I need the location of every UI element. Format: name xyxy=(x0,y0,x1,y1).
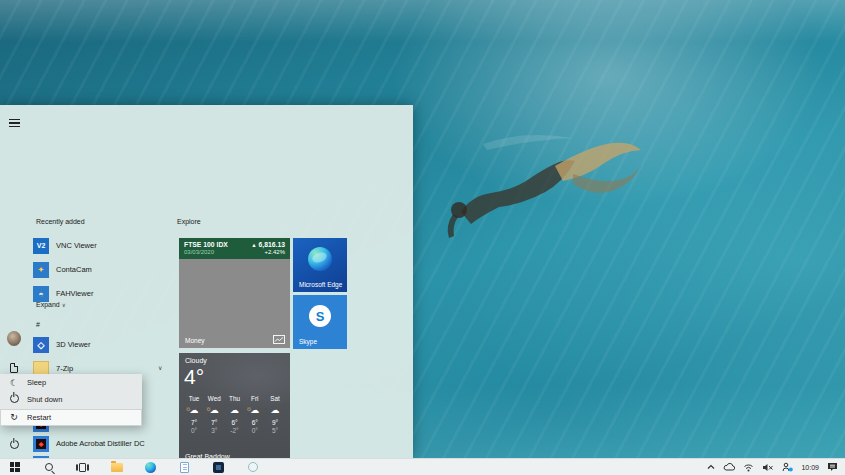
forecast-day: Wed ☼☁,, 7° 3° xyxy=(205,395,223,434)
dark-app-taskbar-button[interactable] xyxy=(212,461,225,474)
onedrive-tray-button[interactable] xyxy=(723,463,735,471)
shut-down-menu-item[interactable]: Shut down xyxy=(0,391,142,408)
desktop: Recently added V2 VNC Viewer ✦ ContaCam … xyxy=(0,0,845,475)
user-account-button[interactable] xyxy=(7,331,21,345)
7zip-chevron-icon[interactable]: ∨ xyxy=(158,364,162,371)
documents-button[interactable] xyxy=(7,361,21,375)
ftse-change: +2.42% xyxy=(264,249,285,255)
skype-tile-label: Skype xyxy=(299,338,317,345)
forecast-day: Fri ☼☁ 6° 0° xyxy=(246,395,264,434)
round-app-icon xyxy=(248,462,258,472)
edge-taskbar-button[interactable] xyxy=(144,461,157,474)
hamburger-icon xyxy=(9,119,20,127)
up-arrow-icon: ▲ xyxy=(251,242,256,248)
chart-badge-icon xyxy=(273,335,285,344)
file-explorer-button[interactable] xyxy=(110,461,123,474)
dark-app-icon xyxy=(213,462,224,473)
money-tile-header: FTSE 100 IDX ▲ 6,816.13 03/03/2020 +2.42… xyxy=(179,238,290,259)
ftse-value: 6,816.13 xyxy=(259,241,285,248)
search-button[interactable] xyxy=(42,461,55,474)
weather-temperature: 4° xyxy=(184,365,204,389)
weather-condition: Cloudy xyxy=(185,357,207,364)
power-icon xyxy=(10,440,19,449)
people-badge-icon xyxy=(782,462,793,472)
contacam-icon: ✦ xyxy=(33,262,49,278)
ftse-date: 03/03/2020 xyxy=(184,249,214,255)
weather-sun-cloud-icon: ☼☁ xyxy=(246,404,264,419)
weather-cloud-icon: ☁ xyxy=(266,404,284,419)
task-view-button[interactable] xyxy=(76,461,89,474)
network-tray-button[interactable] xyxy=(743,463,754,472)
weather-cloud-icon: ☁ xyxy=(226,404,244,419)
notepad-icon xyxy=(180,462,189,473)
tile-group-explore[interactable]: Explore xyxy=(177,218,201,225)
volume-muted-icon xyxy=(762,463,774,472)
money-tile[interactable]: FTSE 100 IDX ▲ 6,816.13 03/03/2020 +2.42… xyxy=(179,238,290,348)
3d-viewer-icon: ◇ xyxy=(33,337,49,353)
weather-sun-cloud-icon: ☼☁ xyxy=(185,404,203,419)
weather-forecast-row: Tue ☼☁ 7° 0° Wed ☼☁,, 7° 3° Thu ☁ 6° -2° xyxy=(185,395,284,434)
recently-added-header: Recently added xyxy=(36,218,85,225)
section-header-hash[interactable]: # xyxy=(36,321,40,328)
microsoft-edge-tile[interactable]: Microsoft Edge xyxy=(293,238,347,292)
clock[interactable]: 10:09 xyxy=(801,464,819,471)
money-tile-label: Money xyxy=(185,337,205,344)
tray-chevron-up-button[interactable] xyxy=(707,464,715,470)
shut-down-icon xyxy=(9,394,19,405)
skype-tile[interactable]: S Skype xyxy=(293,295,347,349)
power-button[interactable] xyxy=(7,437,21,451)
notepad-taskbar-button[interactable] xyxy=(178,461,191,474)
start-button[interactable] xyxy=(8,461,21,474)
sleep-menu-item[interactable]: ☾ Sleep xyxy=(0,374,142,391)
vnc-viewer-icon: V2 xyxy=(33,238,49,254)
freediver-silhouette xyxy=(423,104,703,254)
sleep-icon: ☾ xyxy=(9,378,19,388)
weather-sun-cloud-rain-icon: ☼☁,, xyxy=(205,404,223,419)
action-center-button[interactable] xyxy=(827,462,838,472)
app-row-acrobat-distiller[interactable]: ◆ Adobe Acrobat Distiller DC xyxy=(33,435,175,452)
ftse-index-name: FTSE 100 IDX xyxy=(184,241,228,248)
taskbar: 10:09 xyxy=(0,458,845,475)
skype-logo-icon: S xyxy=(309,305,331,327)
windows-logo-icon xyxy=(10,462,20,472)
action-center-icon xyxy=(827,462,838,472)
forecast-day: Sat ☁ 9° 5° xyxy=(266,395,284,434)
edge-icon xyxy=(145,462,156,473)
expand-chevron-icon: ∨ xyxy=(62,302,66,308)
app-row-contacam[interactable]: ✦ ContaCam xyxy=(33,261,175,278)
water-surface xyxy=(0,0,845,42)
folder-icon xyxy=(111,463,123,472)
volume-tray-button[interactable] xyxy=(762,463,774,472)
app-row-fahviewer[interactable]: ◓ FAHViewer xyxy=(33,285,175,302)
menu-button[interactable] xyxy=(7,116,21,130)
chevron-up-icon xyxy=(707,464,715,470)
task-view-icon xyxy=(76,463,89,472)
user-avatar xyxy=(7,331,21,346)
edge-tile-label: Microsoft Edge xyxy=(299,281,342,288)
onedrive-cloud-icon xyxy=(723,463,735,471)
app-row-3d-viewer[interactable]: ◇ 3D Viewer xyxy=(33,336,175,353)
restart-icon: ↻ xyxy=(9,412,19,422)
forecast-day: Thu ☁ 6° -2° xyxy=(226,395,244,434)
forecast-day: Tue ☼☁ 7° 0° xyxy=(185,395,203,434)
document-icon xyxy=(10,363,18,373)
network-icon xyxy=(743,463,754,472)
app-row-vnc-viewer[interactable]: V2 VNC Viewer xyxy=(33,237,175,254)
edge-logo-icon xyxy=(308,247,332,271)
power-flyout-menu: ☾ Sleep Shut down ↻ Restart xyxy=(0,374,142,426)
fahviewer-icon: ◓ xyxy=(33,286,49,302)
restart-menu-item[interactable]: ↻ Restart xyxy=(0,409,142,426)
round-app-taskbar-button[interactable] xyxy=(246,461,259,474)
expand-toggle[interactable]: Expand ∨ xyxy=(36,301,66,308)
people-tray-button[interactable] xyxy=(782,462,793,472)
weather-tile[interactable]: Cloudy 4° Tue ☼☁ 7° 0° Wed ☼☁,, 7° 3° Th… xyxy=(179,353,290,458)
search-icon xyxy=(45,463,53,471)
acrobat-distiller-icon: ◆ xyxy=(33,436,49,452)
